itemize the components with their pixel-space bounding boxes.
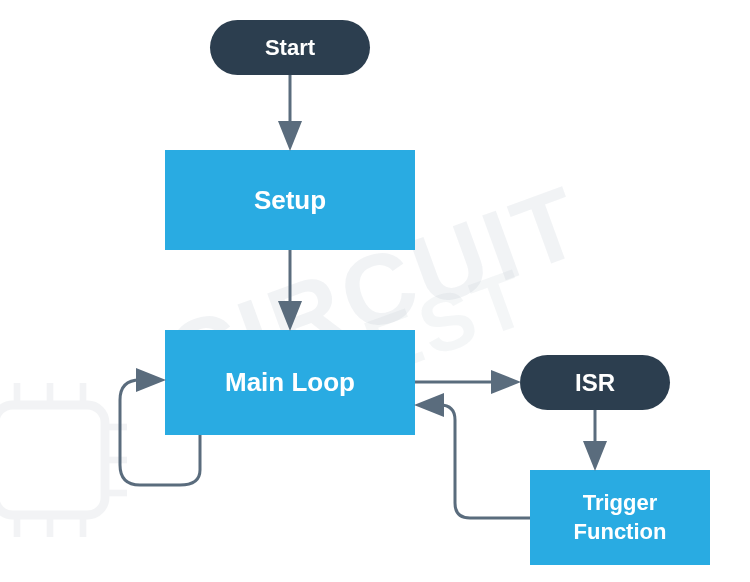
- isr-label: ISR: [575, 369, 615, 397]
- mainloop-node: Main Loop: [165, 330, 415, 435]
- mainloop-label: Main Loop: [225, 367, 355, 398]
- svg-rect-0: [0, 405, 105, 515]
- start-label: Start: [265, 35, 315, 61]
- isr-node: ISR: [520, 355, 670, 410]
- start-node: Start: [210, 20, 370, 75]
- setup-label: Setup: [254, 185, 326, 216]
- trigger-label: Trigger Function: [574, 489, 667, 546]
- arrow-trigger-to-mainloop: [420, 405, 530, 518]
- watermark-chip-icon: [0, 350, 160, 570]
- trigger-node: Trigger Function: [530, 470, 710, 565]
- setup-node: Setup: [165, 150, 415, 250]
